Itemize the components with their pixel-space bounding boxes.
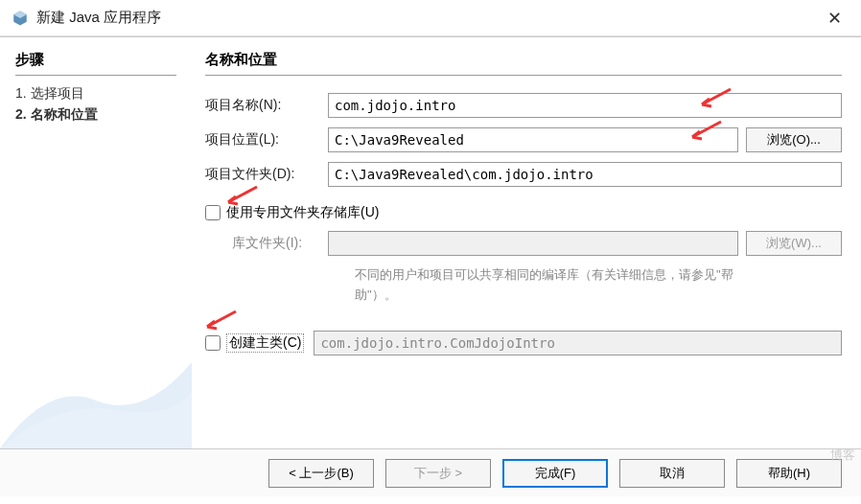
help-button[interactable]: 帮助(H) bbox=[736, 459, 842, 488]
project-name-label: 项目名称(N): bbox=[205, 97, 328, 114]
steps-heading: 步骤 bbox=[15, 51, 176, 69]
lib-folder-row: 库文件夹(I): 浏览(W)... bbox=[232, 231, 842, 256]
lib-sub-section: 库文件夹(I): 浏览(W)... 不同的用户和项目可以共享相同的编译库（有关详… bbox=[232, 231, 842, 306]
watermark: 博客 bbox=[830, 447, 855, 464]
button-bar: < 上一步(B) 下一步 > 完成(F) 取消 帮助(H) bbox=[0, 448, 861, 496]
create-main-checkbox[interactable] bbox=[205, 335, 221, 351]
project-folder-row: 项目文件夹(D): bbox=[205, 162, 842, 187]
dedicated-folder-checkbox[interactable] bbox=[205, 205, 221, 220]
steps-sidebar: 步骤 选择项目 名称和位置 bbox=[0, 37, 192, 448]
content-area: 步骤 选择项目 名称和位置 名称和位置 项目名称(N): 项目位置(L): 浏览… bbox=[0, 36, 861, 448]
project-name-row: 项目名称(N): bbox=[205, 93, 842, 118]
back-button[interactable]: < 上一步(B) bbox=[268, 459, 374, 488]
arrow-annotation bbox=[694, 87, 733, 114]
create-main-label: 创建主类(C) bbox=[226, 333, 304, 353]
steps-list: 选择项目 名称和位置 bbox=[15, 85, 176, 124]
main-class-input bbox=[314, 331, 842, 355]
arrow-annotation bbox=[221, 185, 259, 212]
cancel-button[interactable]: 取消 bbox=[619, 459, 725, 488]
arrow-annotation bbox=[199, 309, 238, 336]
window-title: 新建 Java 应用程序 bbox=[36, 9, 820, 27]
divider bbox=[205, 75, 842, 76]
project-location-label: 项目位置(L): bbox=[205, 131, 328, 149]
close-icon[interactable]: ✕ bbox=[820, 4, 849, 33]
project-folder-label: 项目文件夹(D): bbox=[205, 166, 328, 183]
next-button: 下一步 > bbox=[385, 459, 491, 488]
finish-button[interactable]: 完成(F) bbox=[502, 459, 608, 488]
project-folder-input[interactable] bbox=[328, 162, 842, 187]
project-location-row: 项目位置(L): 浏览(O)... bbox=[205, 127, 842, 152]
titlebar: 新建 Java 应用程序 ✕ bbox=[0, 0, 861, 36]
step-2: 名称和位置 bbox=[15, 106, 176, 124]
app-icon bbox=[12, 10, 29, 27]
lib-hint-text: 不同的用户和项目可以共享相同的编译库（有关详细信息，请参见"帮助"）。 bbox=[355, 265, 767, 306]
arrow-annotation bbox=[685, 120, 723, 147]
browse-lib-button: 浏览(W)... bbox=[746, 231, 842, 256]
lib-folder-label: 库文件夹(I): bbox=[232, 235, 328, 252]
project-location-input[interactable] bbox=[328, 127, 738, 152]
main-panel: 名称和位置 项目名称(N): 项目位置(L): 浏览(O)... 项目文件夹(D… bbox=[192, 37, 861, 448]
main-heading: 名称和位置 bbox=[205, 51, 842, 69]
divider bbox=[15, 75, 176, 76]
decorative-bg bbox=[0, 305, 192, 448]
browse-location-button[interactable]: 浏览(O)... bbox=[746, 127, 842, 152]
project-name-input[interactable] bbox=[328, 93, 842, 118]
create-main-row: 创建主类(C) bbox=[205, 331, 842, 355]
lib-folder-input bbox=[328, 231, 738, 256]
dedicated-folder-row: 使用专用文件夹存储库(U) bbox=[205, 204, 842, 221]
step-1: 选择项目 bbox=[15, 85, 176, 103]
